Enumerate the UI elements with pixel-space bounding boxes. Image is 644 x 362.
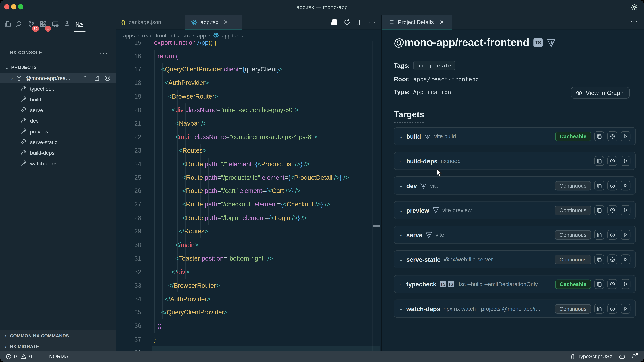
view-in-graph-button[interactable] xyxy=(608,156,617,166)
code-line-25[interactable]: 25 <Route path="/products/:id" element={… xyxy=(116,171,381,185)
open-project-details-icon[interactable] xyxy=(330,18,338,26)
copy-task-button[interactable] xyxy=(594,156,604,166)
target-card-typecheck[interactable]: ⌄typecheckTSTStsc --build --emitDeclarat… xyxy=(394,275,636,293)
copy-task-button[interactable] xyxy=(594,181,604,191)
target-card-serve[interactable]: ⌄serveviteContinuous xyxy=(394,226,636,244)
breadcrumb-item[interactable]: react-frontend xyxy=(142,32,175,38)
breadcrumb[interactable]: apps›react-frontend›src›app›app.tsx›... xyxy=(123,29,381,41)
run-target-button[interactable] xyxy=(620,181,630,191)
remote-explorer-icon[interactable] xyxy=(49,18,61,30)
tree-item-projects[interactable]: ⌄ PROJECTS xyxy=(0,62,116,73)
tree-item-target-build-deps[interactable]: build-deps xyxy=(0,147,116,158)
target-card-build[interactable]: ⌄buildvite buildCacheable xyxy=(394,127,636,145)
breadcrumb-item[interactable]: app.tsx xyxy=(222,32,239,38)
chevron-down-icon[interactable]: ⌄ xyxy=(399,183,403,188)
run-target-button[interactable] xyxy=(620,205,630,215)
chevron-down-icon[interactable]: ⌄ xyxy=(399,134,403,139)
code-line-34[interactable]: 34 </AuthProvider> xyxy=(116,293,381,306)
vim-mode-indicator[interactable]: -- NORMAL -- xyxy=(44,354,76,360)
code-line-18[interactable]: 18 <AuthProvider> xyxy=(116,76,381,90)
view-in-graph-button[interactable] xyxy=(608,304,617,314)
run-target-button[interactable] xyxy=(620,254,630,264)
code-line-28[interactable]: 28 <Route path="/login" element={<Login … xyxy=(116,212,381,225)
close-tab-icon[interactable]: ✕ xyxy=(223,19,228,25)
copy-task-button[interactable] xyxy=(594,230,604,240)
code-line-27[interactable]: 27 <Route path="/checkout" element={<Che… xyxy=(116,198,381,212)
close-window-button[interactable] xyxy=(4,4,10,9)
chevron-down-icon[interactable]: ⌄ xyxy=(399,158,403,164)
chevron-down-icon[interactable]: ⌄ xyxy=(399,281,403,287)
zoom-window-button[interactable] xyxy=(18,4,24,9)
breadcrumb-item[interactable]: apps xyxy=(123,32,135,38)
code-line-15[interactable]: 15export function App() { xyxy=(116,41,381,49)
tab-app-tsx[interactable]: app.tsx ✕ xyxy=(185,15,242,29)
extensions-icon[interactable]: 1 xyxy=(38,18,49,30)
run-target-button[interactable] xyxy=(620,131,630,141)
code-line-23[interactable]: 23 <Routes> xyxy=(116,144,381,158)
code-line-17[interactable]: 17 <QueryClientProvider client={queryCli… xyxy=(116,63,381,77)
view-in-graph-button[interactable] xyxy=(608,254,617,264)
minimize-window-button[interactable] xyxy=(11,4,16,9)
breadcrumb-item[interactable]: src xyxy=(183,32,190,38)
chevron-down-icon[interactable]: ⌄ xyxy=(399,232,403,238)
code-line-33[interactable]: 33 </BrowserRouter> xyxy=(116,279,381,293)
target-card-serve-static[interactable]: ⌄serve-static@nx/web:file-serverContinuo… xyxy=(394,250,636,269)
section-common-nx-commands[interactable]: › COMMON NX COMMANDS xyxy=(0,330,116,341)
code-line-26[interactable]: 26 <Route path="/cart" element={<Cart />… xyxy=(116,185,381,198)
code-line-24[interactable]: 24 <Route path="/" element={<ProductList… xyxy=(116,157,381,171)
view-in-graph-button[interactable]: View In Graph xyxy=(571,87,630,98)
tree-item-target-serve[interactable]: serve xyxy=(0,105,116,115)
tab-package-json[interactable]: {} package.json xyxy=(116,15,185,29)
show-in-graph-target-icon[interactable] xyxy=(104,75,110,81)
tab-project-details[interactable]: Project Details ✕ xyxy=(382,15,452,29)
view-in-graph-button[interactable] xyxy=(608,181,617,191)
code-line-31[interactable]: 31 <Toaster position="bottom-right" /> xyxy=(116,252,381,266)
target-card-preview[interactable]: ⌄previewvite previewContinuous xyxy=(394,201,636,219)
close-panel-tab-icon[interactable]: ✕ xyxy=(440,19,444,25)
language-mode[interactable]: {} TypeScript JSX xyxy=(571,354,613,360)
scrollbar-track[interactable] xyxy=(372,41,373,351)
testing-icon[interactable] xyxy=(61,18,73,30)
copy-task-button[interactable] xyxy=(594,131,604,141)
target-card-build-deps[interactable]: ⌄build-depsnx:noop xyxy=(394,152,636,170)
tree-item-target-build[interactable]: build xyxy=(0,94,116,105)
explorer-icon[interactable] xyxy=(2,18,13,30)
source-control-icon[interactable]: 32 xyxy=(26,18,37,30)
run-target-button[interactable] xyxy=(620,156,630,166)
notifications-bell-icon[interactable] xyxy=(631,354,638,360)
tree-item-target-dev[interactable]: dev xyxy=(0,115,116,126)
nx-console-icon[interactable]: N≥ xyxy=(73,18,85,30)
code-line-22[interactable]: 22 <main className="container mx-auto px… xyxy=(116,130,381,144)
chevron-down-icon[interactable]: ⌄ xyxy=(399,306,403,311)
chevron-down-icon[interactable]: ⌄ xyxy=(399,207,403,213)
section-nx-migrate[interactable]: › NX MIGRATE xyxy=(0,341,116,352)
copy-task-button[interactable] xyxy=(594,304,604,314)
code-line-35[interactable]: 35 </QueryClientProvider> xyxy=(116,306,381,320)
errors-icon[interactable] xyxy=(6,354,12,360)
view-in-graph-button[interactable] xyxy=(608,279,617,289)
tree-item-target-serve-static[interactable]: serve-static xyxy=(0,137,116,147)
view-in-graph-button[interactable] xyxy=(608,205,617,215)
view-in-graph-button[interactable] xyxy=(608,230,617,240)
code-line-36[interactable]: 36 ); xyxy=(116,320,381,333)
gear-icon[interactable] xyxy=(630,3,638,11)
code-line-38[interactable]: 38 xyxy=(116,347,381,351)
code-line-30[interactable]: 30 </main> xyxy=(116,239,381,252)
chevron-down-icon[interactable]: ⌄ xyxy=(399,257,403,262)
tree-item-target-typecheck[interactable]: typecheck xyxy=(0,83,116,94)
code-line-32[interactable]: 32 </div> xyxy=(116,266,381,279)
code-line-37[interactable]: 37} xyxy=(116,333,381,347)
code-editor[interactable]: 15export function App() {16 return (17 <… xyxy=(116,41,381,351)
target-card-dev[interactable]: ⌄devviteContinuous xyxy=(394,176,636,195)
more-actions-icon[interactable]: ··· xyxy=(369,18,375,26)
goto-config-file-icon[interactable] xyxy=(94,75,100,81)
breadcrumb-item[interactable]: app xyxy=(197,32,206,38)
warnings-icon[interactable] xyxy=(21,354,27,360)
run-target-button[interactable] xyxy=(620,304,630,314)
copy-task-button[interactable] xyxy=(594,279,604,289)
code-line-21[interactable]: 21 <Navbar /> xyxy=(116,117,381,131)
run-target-button[interactable] xyxy=(620,279,630,289)
code-line-16[interactable]: 16 return ( xyxy=(116,49,381,63)
tree-item-target-watch-deps[interactable]: watch-deps xyxy=(0,158,116,169)
copy-task-button[interactable] xyxy=(594,205,604,215)
